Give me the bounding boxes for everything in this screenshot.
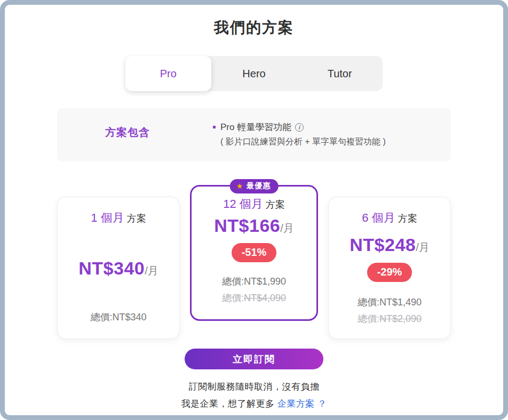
plan-price: NT$248 <box>350 235 416 255</box>
plan-card-6-month[interactable]: 6 個月方案 NT$248/月 -29% 總價:NT$1,490 總價:NT$2… <box>328 197 451 339</box>
discount-badge: -51% <box>232 243 277 262</box>
plans-row: 1 個月方案 NT$340/月 總價:NT$340 ★ 最優惠 12 個月方案 … <box>57 185 451 339</box>
plan-type-label: 方案 <box>398 213 417 224</box>
tab-tutor[interactable]: Tutor <box>297 56 383 91</box>
pricing-window: 我們的方案 Pro Hero Tutor 方案包含 Pro 輕量學習功能 i (… <box>0 0 508 420</box>
plan-price: NT$166 <box>214 215 280 236</box>
feature-line: Pro 輕量學習功能 i <box>213 121 386 133</box>
discount-badge: -29% <box>367 263 412 282</box>
subscribe-button[interactable]: 立即訂閱 <box>185 349 323 369</box>
original-total-label: 總價: <box>358 313 379 324</box>
plan-card-12-month[interactable]: ★ 最優惠 12 個月方案 NT$166/月 -51% 總價:NT$1,990 … <box>190 185 318 321</box>
plan-per-month: /月 <box>145 265 158 277</box>
plan-total: 總價:NT$340 <box>90 311 146 324</box>
plan-per-month: /月 <box>416 241 430 253</box>
tab-hero[interactable]: Hero <box>211 56 297 91</box>
enterprise-plan-link[interactable]: 企業方案 ？ <box>277 399 327 409</box>
plan-includes-box: 方案包含 Pro 輕量學習功能 i ( 影片口說練習與分析 + 單字單句複習功能… <box>57 108 451 161</box>
original-total-label: 總價: <box>222 293 244 303</box>
star-icon: ★ <box>236 182 244 190</box>
plan-tabbar: Pro Hero Tutor <box>125 56 383 91</box>
includes-label: 方案包含 <box>105 125 180 140</box>
page-title: 我們的方案 <box>214 18 294 38</box>
enterprise-text-prefix: 我是企業，想了解更多 <box>181 399 277 409</box>
plan-original-total: 總價:NT$4,090 <box>222 292 286 304</box>
feature-note: ( 影片口說練習與分析 + 單字單句複習功能 ) <box>220 136 386 148</box>
plan-original-total: 總價:NT$2,090 <box>358 312 422 325</box>
plan-price: NT$340 <box>78 258 145 278</box>
includes-body: Pro 輕量學習功能 i ( 影片口說練習與分析 + 單字單句複習功能 ) <box>213 121 386 148</box>
original-total-price: NT$2,090 <box>379 313 422 324</box>
plan-duration: 1 個月 <box>91 211 124 224</box>
info-icon[interactable]: i <box>295 123 304 132</box>
badge-label: 最優惠 <box>247 181 271 191</box>
plan-per-month: /月 <box>280 222 294 234</box>
plan-title: 1 個月方案 <box>91 210 146 226</box>
plan-title: 12 個月方案 <box>223 196 285 212</box>
best-deal-badge: ★ 最優惠 <box>230 179 279 193</box>
bullet-icon <box>213 126 216 128</box>
enterprise-text: 我是企業，想了解更多 企業方案 ？ <box>181 398 327 410</box>
plan-type-label: 方案 <box>127 213 146 224</box>
price-line: NT$166/月 <box>214 215 294 236</box>
cancel-anytime-text: 訂閱制服務隨時取消，沒有負擔 <box>189 381 320 393</box>
plan-duration: 12 個月 <box>223 197 263 211</box>
plan-total: 總價:NT$1,490 <box>358 296 422 309</box>
price-line: NT$248/月 <box>350 235 430 255</box>
price-line: NT$340/月 <box>78 258 158 279</box>
plan-duration: 6 個月 <box>362 211 395 224</box>
feature-text: Pro 輕量學習功能 <box>220 121 291 133</box>
original-total-price: NT$4,090 <box>244 293 286 303</box>
plan-title: 6 個月方案 <box>362 210 417 226</box>
tab-pro[interactable]: Pro <box>125 56 211 91</box>
plan-card-1-month[interactable]: 1 個月方案 NT$340/月 總價:NT$340 <box>57 197 180 339</box>
plan-type-label: 方案 <box>266 199 285 210</box>
plan-total: 總價:NT$1,990 <box>222 275 286 288</box>
